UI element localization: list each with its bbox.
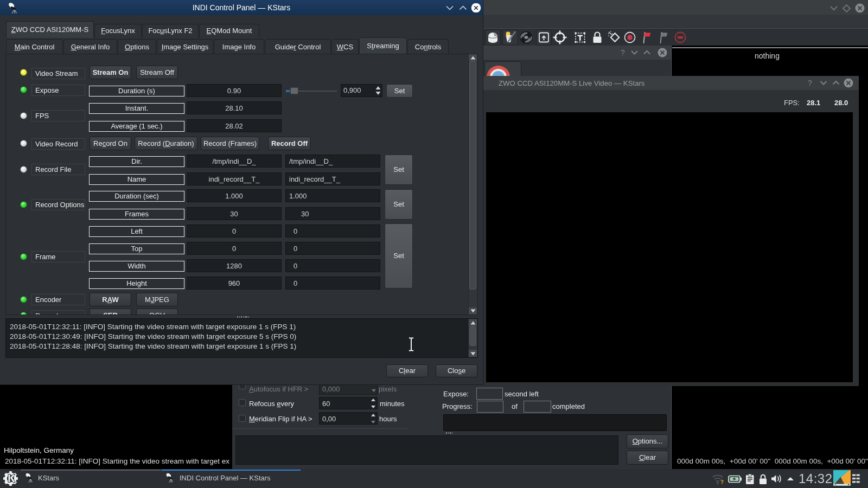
svg-text:?: ? xyxy=(720,479,724,485)
svg-text:?: ? xyxy=(621,48,625,57)
svg-text:?: ? xyxy=(808,79,812,87)
